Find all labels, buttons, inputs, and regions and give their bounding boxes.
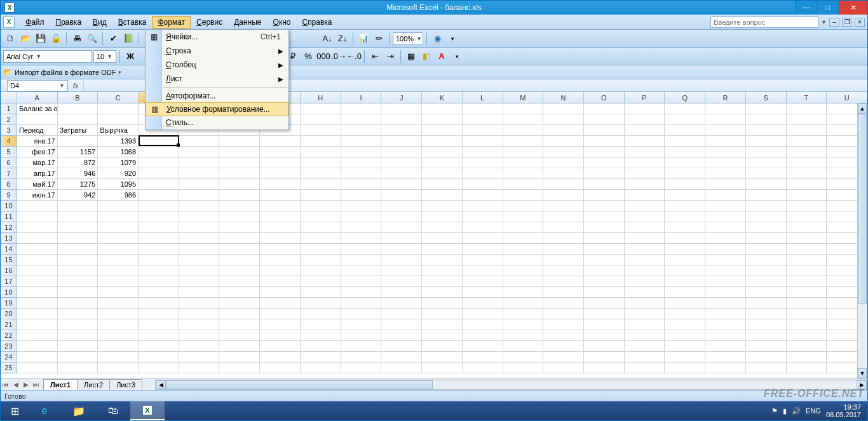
cell[interactable]: [705, 341, 746, 352]
cell[interactable]: [625, 157, 665, 168]
cell[interactable]: май.17: [17, 179, 58, 190]
cell[interactable]: 1095: [98, 179, 139, 190]
cell[interactable]: [98, 363, 139, 373]
cell[interactable]: [341, 168, 382, 179]
name-box[interactable]: D4▼: [7, 80, 68, 91]
cell[interactable]: [422, 222, 463, 233]
cell[interactable]: [58, 287, 98, 298]
cell[interactable]: [179, 244, 220, 255]
cell[interactable]: [584, 298, 625, 309]
cell[interactable]: [625, 147, 665, 157]
cell[interactable]: [503, 179, 544, 190]
row-header[interactable]: 12: [1, 222, 17, 233]
cell[interactable]: [584, 319, 625, 330]
cell[interactable]: [381, 211, 422, 222]
cell[interactable]: [17, 276, 58, 287]
cell[interactable]: [625, 168, 665, 179]
cell[interactable]: [17, 211, 58, 222]
cell[interactable]: [665, 190, 705, 201]
cell[interactable]: [625, 352, 665, 363]
cell[interactable]: [503, 125, 544, 136]
cell[interactable]: [543, 201, 584, 211]
cell[interactable]: [625, 114, 665, 125]
cell[interactable]: [746, 201, 787, 211]
cell[interactable]: [503, 265, 544, 276]
cell[interactable]: апр.17: [17, 168, 58, 179]
cell[interactable]: [58, 298, 98, 309]
cell[interactable]: [584, 136, 625, 147]
cell[interactable]: [381, 125, 422, 136]
cell[interactable]: [58, 330, 98, 341]
cell[interactable]: [139, 190, 179, 201]
cell[interactable]: [219, 190, 260, 201]
cell[interactable]: [463, 276, 503, 287]
cell[interactable]: [98, 319, 139, 330]
row-header[interactable]: 23: [1, 341, 17, 352]
cell[interactable]: [179, 136, 220, 147]
cell[interactable]: 986: [98, 190, 139, 201]
cell[interactable]: [422, 341, 463, 352]
cell[interactable]: [139, 201, 179, 211]
cell[interactable]: [705, 276, 746, 287]
cell[interactable]: [543, 341, 584, 352]
cell[interactable]: фев.17: [17, 147, 58, 157]
cell[interactable]: [705, 319, 746, 330]
cell[interactable]: [705, 309, 746, 319]
cell[interactable]: [381, 244, 422, 255]
cell[interactable]: [179, 298, 220, 309]
cell[interactable]: [301, 352, 341, 363]
cell[interactable]: [705, 190, 746, 201]
cell[interactable]: [463, 341, 503, 352]
print-preview-icon[interactable]: 🔍: [85, 32, 99, 46]
cell[interactable]: [179, 255, 220, 265]
cell[interactable]: [746, 309, 787, 319]
cell[interactable]: [301, 201, 341, 211]
cell[interactable]: [584, 330, 625, 341]
cell[interactable]: 1068: [98, 147, 139, 157]
column-header[interactable]: S: [746, 92, 787, 103]
cell[interactable]: [139, 330, 179, 341]
cell[interactable]: [746, 211, 787, 222]
cell[interactable]: [341, 276, 382, 287]
cell[interactable]: [301, 222, 341, 233]
cell[interactable]: [341, 352, 382, 363]
cell[interactable]: [503, 233, 544, 244]
cell[interactable]: [543, 276, 584, 287]
cell[interactable]: [503, 276, 544, 287]
cell[interactable]: [503, 309, 544, 319]
cell[interactable]: [301, 287, 341, 298]
cell[interactable]: [381, 255, 422, 265]
cell[interactable]: [139, 157, 179, 168]
row-header[interactable]: 8: [1, 179, 17, 190]
cell[interactable]: [139, 363, 179, 373]
cell[interactable]: [665, 157, 705, 168]
cell[interactable]: [503, 244, 544, 255]
cell[interactable]: [787, 341, 827, 352]
cell[interactable]: [179, 287, 220, 298]
cell[interactable]: 920: [98, 168, 139, 179]
cell[interactable]: [463, 287, 503, 298]
comma-icon[interactable]: 000: [316, 50, 330, 63]
cell[interactable]: [787, 352, 827, 363]
cell[interactable]: [543, 190, 584, 201]
cell[interactable]: [787, 363, 827, 373]
menu-item[interactable]: Стиль...: [146, 116, 288, 130]
menu-item[interactable]: ▦Ячейки...Ctrl+1: [146, 30, 288, 44]
row-header[interactable]: 20: [1, 309, 17, 319]
cell[interactable]: [665, 125, 705, 136]
cell[interactable]: янв.17: [17, 136, 58, 147]
cell[interactable]: [301, 136, 341, 147]
cell[interactable]: [543, 233, 584, 244]
cell[interactable]: [746, 147, 787, 157]
cell[interactable]: [625, 330, 665, 341]
cell[interactable]: [139, 319, 179, 330]
cell[interactable]: [584, 233, 625, 244]
cell[interactable]: [179, 168, 220, 179]
cell[interactable]: [665, 363, 705, 373]
cell[interactable]: [301, 125, 341, 136]
cell[interactable]: [746, 168, 787, 179]
cell[interactable]: [341, 298, 382, 309]
cell[interactable]: [381, 287, 422, 298]
cell[interactable]: [98, 298, 139, 309]
cell[interactable]: [746, 319, 787, 330]
